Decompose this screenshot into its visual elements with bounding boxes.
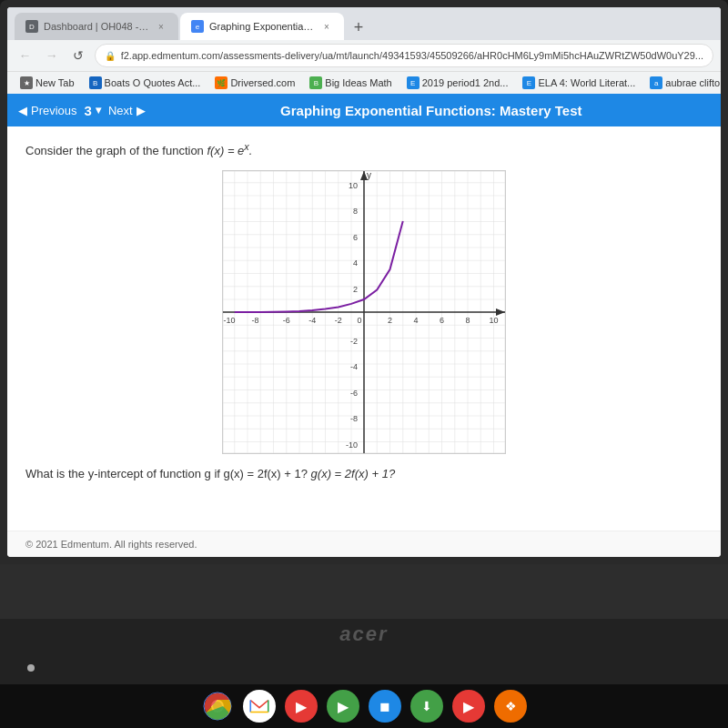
bookmark-favicon-ela4: E [522, 76, 535, 89]
bookmark-favicon-bigideas: B [309, 76, 322, 89]
svg-text:-2: -2 [335, 316, 342, 325]
edmentum-header: ◀ Previous 3 ▾ Next ▶ Graphing Exponenti… [7, 94, 721, 126]
address-bar-row: ← → ↺ 🔒 f2.app.edmentum.com/assessments-… [7, 40, 721, 71]
tab-bar: D Dashboard | OH048 - Ontario Hi × e Gra… [7, 7, 721, 40]
svg-text:-10: -10 [346, 440, 358, 450]
next-label: Next [108, 104, 133, 117]
sub-question-text: What is the y-intercept of function g if… [25, 467, 703, 480]
svg-text:-2: -2 [350, 337, 358, 346]
add-tab-button[interactable]: + [346, 15, 371, 40]
reload-icon: ↺ [73, 48, 84, 63]
previous-icon: ◀ [18, 104, 27, 117]
address-bar[interactable]: 🔒 f2.app.edmentum.com/assessments-delive… [95, 44, 713, 67]
reload-button[interactable]: ↺ [67, 45, 88, 66]
coordinate-graph: x y -10 -8 -6 -4 -2 0 2 4 6 [223, 171, 505, 453]
bookmark-aubrae[interactable]: a aubrae clifton - TC... [644, 75, 721, 91]
svg-text:10: 10 [489, 316, 498, 325]
tab-label-graphing: Graphing Exponential Functions [209, 21, 315, 32]
svg-text:-4: -4 [350, 362, 358, 371]
bookmark-ela4[interactable]: E ELA 4: World Literat... [517, 75, 641, 91]
svg-text:y: y [367, 171, 371, 180]
taskbar-download-icon[interactable]: ⬇ [410, 690, 443, 723]
svg-text:-10: -10 [223, 316, 235, 325]
taskbar-app-icon[interactable]: ❖ [494, 690, 527, 723]
svg-text:-8: -8 [251, 316, 258, 325]
g-function-expression: g(x) = 2f(x) + 1? [311, 467, 396, 480]
tab-close-dashboard[interactable]: × [155, 20, 167, 33]
taskbar-youtube2-icon[interactable]: ▶ [452, 690, 485, 723]
taskbar: ▶ ▶ ◼ ⬇ ▶ ❖ [0, 684, 728, 728]
bookmark-label-aubrae: aubrae clifton - TC... [665, 77, 721, 88]
question-intro: Consider the graph of the function f(x) … [25, 141, 703, 157]
bookmark-favicon-aubrae: a [650, 76, 662, 89]
svg-text:8: 8 [465, 316, 470, 325]
bookmark-2019[interactable]: E 2019 period1 2nd... [401, 75, 514, 91]
graph-wrapper: x y -10 -8 -6 -4 -2 0 2 4 6 [222, 170, 506, 454]
tab-dashboard[interactable]: D Dashboard | OH048 - Ontario Hi × [15, 13, 178, 40]
svg-text:-8: -8 [350, 414, 358, 423]
question-selector[interactable]: 3 ▾ [85, 103, 101, 118]
svg-text:-4: -4 [308, 316, 316, 325]
svg-text:-6: -6 [350, 389, 358, 398]
svg-text:6: 6 [353, 233, 358, 242]
bookmark-label-bigideas: Big Ideas Math [325, 77, 391, 88]
next-icon: ▶ [136, 104, 146, 117]
previous-label: Previous [31, 104, 77, 117]
tab-label-dashboard: Dashboard | OH048 - Ontario Hi [44, 21, 149, 32]
svg-text:4: 4 [413, 316, 418, 325]
taskbar-gmail-icon[interactable] [243, 690, 276, 723]
bookmark-favicon-driversed: 🌿 [215, 76, 228, 89]
bookmarks-bar: ★ New Tab B Boats O Quotes Act... 🌿 Driv… [7, 71, 721, 94]
svg-text:6: 6 [440, 316, 444, 325]
address-text: f2.app.edmentum.com/assessments-delivery… [121, 50, 703, 61]
tab-favicon-dashboard: D [25, 20, 38, 33]
tab-favicon-graphing: e [191, 20, 204, 33]
tab-graphing[interactable]: e Graphing Exponential Functions × [180, 13, 344, 40]
laptop-screen: D Dashboard | OH048 - Ontario Hi × e Gra… [0, 0, 728, 564]
graph-container: x y -10 -8 -6 -4 -2 0 2 4 6 [25, 170, 703, 454]
bookmark-label-boats: Boats O Quotes Act... [105, 77, 201, 88]
lock-icon: 🔒 [105, 51, 116, 61]
svg-text:2: 2 [353, 285, 358, 294]
taskbar-chrome-icon[interactable] [201, 690, 234, 723]
taskbar-play-icon[interactable]: ▶ [327, 690, 359, 723]
back-icon: ← [19, 48, 32, 63]
acer-logo: acer [339, 622, 388, 646]
browser-chrome: D Dashboard | OH048 - Ontario Hi × e Gra… [7, 7, 721, 94]
chevron-down-icon: ▾ [96, 104, 101, 116]
power-indicator [27, 664, 35, 672]
svg-text:-6: -6 [283, 316, 290, 325]
tab-close-graphing[interactable]: × [320, 20, 333, 33]
bookmark-boats[interactable]: B Boats O Quotes Act... [84, 75, 207, 91]
svg-text:10: 10 [349, 181, 358, 190]
browser-window: D Dashboard | OH048 - Ontario Hi × e Gra… [7, 7, 721, 557]
forward-icon: → [46, 48, 58, 63]
function-expression: f(x) = ex. [207, 144, 252, 157]
bookmark-favicon-boats: B [89, 76, 102, 89]
back-button[interactable]: ← [15, 45, 35, 66]
svg-text:4: 4 [353, 258, 358, 268]
svg-text:0: 0 [357, 316, 361, 325]
next-button[interactable]: Next ▶ [108, 104, 146, 117]
bookmark-bigideas[interactable]: B Big Ideas Math [304, 75, 397, 91]
footer: © 2021 Edmentum. All rights reserved. [7, 531, 721, 557]
taskbar-youtube-icon[interactable]: ▶ [285, 690, 318, 723]
previous-button[interactable]: ◀ Previous [18, 104, 77, 117]
copyright-text: © 2021 Edmentum. All rights reserved. [25, 539, 197, 550]
forward-button[interactable]: → [41, 45, 62, 66]
bookmark-favicon-newtab: ★ [20, 76, 33, 89]
page-title: Graphing Exponential Functions: Mastery … [153, 103, 710, 118]
bookmark-newtab[interactable]: ★ New Tab [15, 75, 80, 91]
content-area: Consider the graph of the function f(x) … [7, 126, 721, 531]
question-number: 3 [85, 103, 92, 118]
laptop-keyboard [0, 564, 728, 619]
bookmark-label-newtab: New Tab [35, 77, 75, 88]
svg-text:2: 2 [388, 316, 392, 325]
bookmark-driversed[interactable]: 🌿 Driversed.com [209, 75, 300, 91]
svg-text:8: 8 [353, 207, 358, 216]
bookmark-label-2019: 2019 period1 2nd... [422, 77, 509, 88]
bookmark-label-ela4: ELA 4: World Literat... [538, 77, 635, 88]
bookmark-favicon-2019: E [407, 76, 420, 89]
bookmark-label-driversed: Driversed.com [230, 77, 295, 88]
taskbar-docs-icon[interactable]: ◼ [369, 690, 401, 723]
